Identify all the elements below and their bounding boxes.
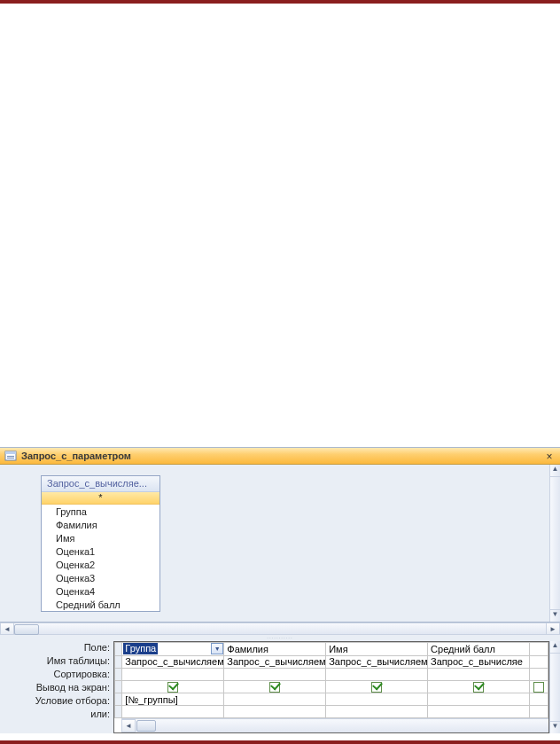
field-cell-active[interactable]: Группа ▼: [122, 642, 224, 655]
show-checkbox[interactable]: [371, 682, 382, 693]
show-cell[interactable]: [224, 680, 326, 693]
show-checkbox[interactable]: [167, 682, 178, 693]
source-field-item[interactable]: Группа: [42, 505, 159, 518]
scroll-left-button[interactable]: ◄: [0, 623, 14, 634]
criteria-cell-empty[interactable]: [530, 693, 548, 706]
window-icon: [4, 449, 18, 463]
scroll-up-button[interactable]: ▲: [550, 641, 560, 654]
grid-row-show: [115, 680, 548, 693]
table-cell[interactable]: Запрос_с_вычисляем: [326, 655, 428, 668]
show-checkbox[interactable]: [269, 682, 280, 693]
scroll-track[interactable]: [14, 623, 546, 634]
table-cell[interactable]: Запрос_с_вычисляем: [224, 655, 326, 668]
row-label-field: Поле:: [0, 641, 113, 654]
document-upper-area: [0, 4, 560, 427]
svg-rect-3: [7, 458, 14, 458]
scroll-thumb[interactable]: [136, 720, 156, 732]
relations-vscroll[interactable]: ▲ ▼: [549, 465, 560, 622]
grid-row-sort: [115, 668, 548, 680]
grid-row-table: Запрос_с_вычисляем Запрос_с_вычисляем За…: [115, 655, 548, 668]
scroll-left-button[interactable]: ◄: [121, 719, 136, 732]
scroll-thumb[interactable]: [14, 624, 39, 635]
dropdown-button[interactable]: ▼: [211, 643, 223, 654]
row-selector[interactable]: [115, 706, 122, 718]
source-field-item[interactable]: Фамилия: [42, 518, 159, 531]
grid-row-or: [115, 706, 548, 718]
source-table-header[interactable]: Запрос_с_вычисляе...: [42, 476, 159, 492]
show-cell[interactable]: [428, 680, 530, 693]
design-grid-area: Поле: Имя таблицы: Сортировка: Вывод на …: [0, 641, 560, 733]
row-label-sort: Сортировка:: [0, 668, 113, 681]
grid-hscroll[interactable]: ◄: [121, 718, 548, 732]
row-selector[interactable]: [115, 668, 122, 680]
row-label-table: Имя таблицы:: [0, 654, 113, 668]
criteria-cell[interactable]: [№_группы]: [122, 693, 224, 706]
grid-vscroll[interactable]: ▲ ▼: [549, 641, 560, 733]
row-selector[interactable]: [115, 680, 122, 693]
or-cell-empty[interactable]: [530, 706, 548, 718]
scroll-right-button[interactable]: ►: [546, 623, 560, 634]
source-field-item[interactable]: Оценка4: [42, 584, 159, 598]
source-field-list: * Группа Фамилия Имя Оценка1 Оценка2 Оце…: [42, 492, 159, 611]
sort-cell-empty[interactable]: [530, 668, 548, 680]
sort-cell[interactable]: [428, 668, 530, 680]
table-cell[interactable]: Запрос_с_вычисляе: [428, 655, 530, 668]
or-cell[interactable]: [428, 706, 530, 718]
show-checkbox[interactable]: [473, 682, 484, 693]
table-cell-empty[interactable]: [530, 655, 548, 668]
or-cell[interactable]: [326, 706, 428, 718]
design-grid-row-labels: Поле: Имя таблицы: Сортировка: Вывод на …: [0, 641, 113, 733]
show-cell[interactable]: [122, 680, 224, 693]
row-selector[interactable]: [115, 642, 122, 655]
table-cell[interactable]: Запрос_с_вычисляем: [122, 655, 224, 668]
scroll-up-button[interactable]: ▲: [550, 465, 560, 477]
row-label-criteria: Условие отбора:: [0, 694, 113, 708]
svg-rect-2: [7, 456, 14, 457]
svg-rect-1: [5, 451, 16, 454]
show-checkbox[interactable]: [533, 682, 544, 693]
source-field-item[interactable]: Оценка2: [42, 558, 159, 571]
relations-pane[interactable]: Запрос_с_вычисляе... * Группа Фамилия Им…: [0, 465, 560, 623]
sort-cell[interactable]: [122, 668, 224, 680]
row-label-or: или:: [0, 708, 113, 721]
page-frame: Запрос_с_параметром × Запрос_с_вычисляе.…: [0, 0, 560, 744]
relations-hscroll[interactable]: ◄ ►: [0, 623, 560, 635]
sort-cell[interactable]: [326, 668, 428, 680]
field-value[interactable]: Группа: [123, 643, 158, 654]
source-table-panel[interactable]: Запрос_с_вычисляе... * Группа Фамилия Им…: [41, 475, 160, 612]
criteria-cell[interactable]: [224, 693, 326, 706]
row-label-show: Вывод на экран:: [0, 681, 113, 694]
row-selector[interactable]: [115, 693, 122, 706]
scroll-down-button[interactable]: ▼: [550, 609, 560, 622]
query-design-window: Запрос_с_параметром × Запрос_с_вычисляе.…: [0, 447, 560, 733]
source-field-item[interactable]: Имя: [42, 531, 159, 544]
grid-row-field: Группа ▼ Фамилия Имя Средний балл: [115, 642, 548, 655]
scroll-down-button[interactable]: ▼: [550, 721, 560, 733]
show-cell[interactable]: [326, 680, 428, 693]
field-cell-empty[interactable]: [530, 642, 548, 655]
show-cell-empty[interactable]: [530, 680, 548, 693]
window-title: Запрос_с_параметром: [21, 450, 131, 461]
source-field-item[interactable]: Оценка1: [42, 544, 159, 558]
or-cell[interactable]: [224, 706, 326, 718]
or-cell[interactable]: [122, 706, 224, 718]
window-titlebar[interactable]: Запрос_с_параметром ×: [0, 448, 560, 465]
grid-row-criteria: [№_группы]: [115, 693, 548, 706]
row-selector[interactable]: [115, 655, 122, 668]
source-field-item[interactable]: Средний балл: [42, 598, 159, 611]
sort-cell[interactable]: [224, 668, 326, 680]
criteria-cell[interactable]: [428, 693, 530, 706]
criteria-cell[interactable]: [326, 693, 428, 706]
design-grid: Группа ▼ Фамилия Имя Средний балл Запрос…: [113, 641, 549, 733]
field-cell[interactable]: Фамилия: [224, 642, 326, 655]
pane-splitter[interactable]: ···········: [0, 635, 560, 641]
close-button[interactable]: ×: [542, 450, 556, 464]
source-field-all[interactable]: *: [42, 492, 159, 505]
source-field-item[interactable]: Оценка3: [42, 571, 159, 584]
field-cell[interactable]: Средний балл: [428, 642, 530, 655]
field-cell[interactable]: Имя: [326, 642, 428, 655]
